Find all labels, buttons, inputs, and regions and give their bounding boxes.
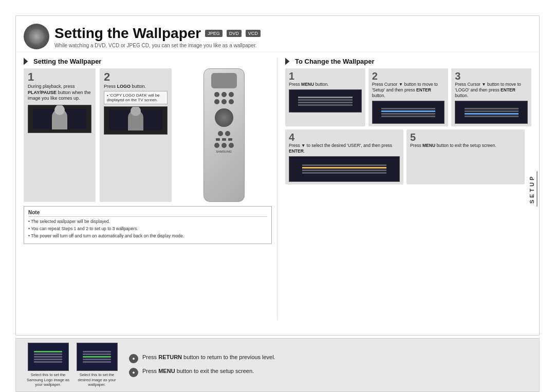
remote-btn-13 — [221, 143, 227, 148]
remote-btn-11 — [228, 138, 232, 141]
right-step-5: 5 Press MENU button to exit the setup sc… — [406, 129, 525, 184]
instruction-bullet-1: ● — [129, 354, 138, 363]
right-step-1-number: 1 — [289, 71, 362, 81]
remote-btn-6 — [229, 99, 234, 104]
bottom-screen-2 — [77, 343, 118, 371]
right-section-icon — [285, 58, 292, 65]
right-step-1-screen — [289, 89, 362, 113]
remote-btn-14 — [229, 143, 234, 148]
right-step-1-text: Press MENU button. — [289, 82, 362, 87]
bottom-thumb-2: Select this to set the desired image as … — [75, 343, 119, 387]
instruction-1-text: Press RETURN button to return to the pre… — [142, 353, 275, 361]
columns: Setting the Wallpaper 1 During playback,… — [16, 52, 539, 325]
remote-btn-10 — [222, 138, 226, 141]
remote-btn-row-3 — [218, 131, 230, 136]
right-step-3-screen — [455, 101, 528, 124]
right-column: To Change the Wallpaper 1 Press MENU but… — [278, 58, 531, 320]
bottom-screen-1 — [28, 343, 69, 371]
remote-btn-row-1 — [214, 92, 234, 97]
badge-jpeg: JPEG — [205, 30, 223, 37]
header: Setting the Wallpaper JPEG DVD VCD While… — [16, 16, 539, 52]
right-step-4-text: Press ▼ to select the desired 'USER', an… — [289, 143, 400, 154]
remote-btn-row-2 — [214, 99, 234, 104]
note-box: Note • The selected wallpaper will be di… — [24, 206, 272, 244]
step-2-number: 2 — [104, 71, 168, 83]
right-step-2-text: Press Cursor ▼ button to move to 'Setup'… — [372, 82, 445, 99]
remote-btn-8 — [225, 131, 230, 136]
instruction-2-text: Press MENU button to exit the setup scre… — [142, 367, 254, 375]
remote-btn-12 — [214, 143, 219, 148]
note-content: • The selected wallpaper will be display… — [28, 219, 267, 239]
remote-btn-1 — [214, 92, 219, 97]
right-step-2-number: 2 — [372, 71, 445, 81]
right-steps-row-1: 1 Press MENU button. 2 Press Curso — [285, 68, 531, 126]
bottom-instructions: ● Press RETURN button to return to the p… — [129, 353, 529, 377]
remote-control: SAMSUNG — [176, 68, 272, 202]
header-title: Setting the Wallpaper JPEG DVD VCD — [54, 25, 261, 42]
remote-body: SAMSUNG — [203, 68, 245, 202]
remote-btn-2 — [221, 92, 227, 97]
step-2-screen — [104, 106, 168, 135]
badge-vcd: VCD — [246, 30, 261, 37]
right-step-5-text: Press MENU button to exit the setup scre… — [410, 143, 521, 148]
header-subtitle: While watching a DVD, VCD or JPEG CD, yo… — [54, 43, 261, 48]
remote-btn-4 — [214, 99, 219, 104]
right-step-5-number: 5 — [410, 132, 521, 142]
badge-dvd: DVD — [227, 30, 242, 37]
bottom-thumb-1-caption: Select this to set the Samsung Logo imag… — [26, 372, 70, 387]
remote-btn-3 — [229, 92, 234, 97]
left-steps-row: 1 During playback, press PLAY/PAUSE butt… — [24, 68, 272, 202]
right-step-3-number: 3 — [455, 71, 528, 81]
step-1-screen — [28, 105, 91, 133]
instruction-row-2: ● Press MENU button to exit the setup sc… — [129, 367, 529, 377]
bottom-bar: Select this to set the Samsung Logo imag… — [15, 338, 540, 392]
right-step-2-screen — [372, 101, 445, 124]
left-step-1: 1 During playback, press PLAY/PAUSE butt… — [24, 68, 96, 202]
remote-btn-row-5 — [214, 143, 234, 148]
right-step-3: 3 Press Cursor ▼ button to move to 'LOGO… — [451, 68, 531, 126]
step-1-number: 1 — [28, 71, 91, 83]
remote-btn-row-4 — [216, 138, 232, 141]
remote-btn-5 — [221, 99, 227, 104]
header-logo — [24, 24, 49, 49]
left-step-2: 2 Press LOGO button. • 'COPY LOGO DATA' … — [100, 68, 172, 202]
header-title-area: Setting the Wallpaper JPEG DVD VCD While… — [54, 25, 261, 48]
right-step-1: 1 Press MENU button. — [285, 68, 365, 126]
remote-top — [211, 73, 237, 88]
note-title: Note — [28, 210, 267, 217]
bottom-thumb-1: Select this to set the Samsung Logo imag… — [26, 343, 70, 387]
right-steps-row-2: 4 Press ▼ to select the desired 'USER', … — [285, 129, 531, 184]
right-step-4-screen — [289, 156, 400, 182]
left-section-title: Setting the Wallpaper — [33, 58, 101, 65]
instruction-row-1: ● Press RETURN button to return to the p… — [129, 353, 529, 363]
instruction-bullet-2: ● — [129, 368, 138, 377]
remote-brand-label: SAMSUNG — [216, 150, 231, 153]
left-section-icon — [24, 58, 31, 65]
step-2-text: Press LOGO button. — [104, 84, 168, 90]
right-step-4-number: 4 — [289, 132, 400, 142]
left-section-header: Setting the Wallpaper — [24, 58, 272, 65]
right-step-3-text: Press Cursor ▼ button to move to 'LOGO' … — [455, 82, 528, 99]
remote-dpad — [215, 108, 233, 127]
bottom-thumb-2-caption: Select this to set the desired image as … — [75, 372, 119, 387]
main-content: Setting the Wallpaper JPEG DVD VCD While… — [15, 15, 540, 335]
right-step-2: 2 Press Cursor ▼ button to move to 'Setu… — [368, 68, 449, 126]
copy-note: • 'COPY LOGO DATA' will be displayed on … — [104, 91, 168, 104]
right-section-title: To Change the Wallpaper — [295, 58, 375, 65]
right-section-header: To Change the Wallpaper — [285, 58, 531, 65]
remote-btn-9 — [216, 138, 220, 141]
left-column: Setting the Wallpaper 1 During playback,… — [24, 58, 278, 320]
step-1-text: During playback, press PLAY/PAUSE button… — [28, 84, 91, 102]
remote-btn-7 — [218, 131, 223, 136]
header-logo-inner — [29, 29, 44, 44]
setup-label: SETUP — [527, 171, 538, 207]
bottom-thumbs: Select this to set the Samsung Logo imag… — [26, 343, 119, 387]
right-step-4: 4 Press ▼ to select the desired 'USER', … — [285, 129, 403, 184]
